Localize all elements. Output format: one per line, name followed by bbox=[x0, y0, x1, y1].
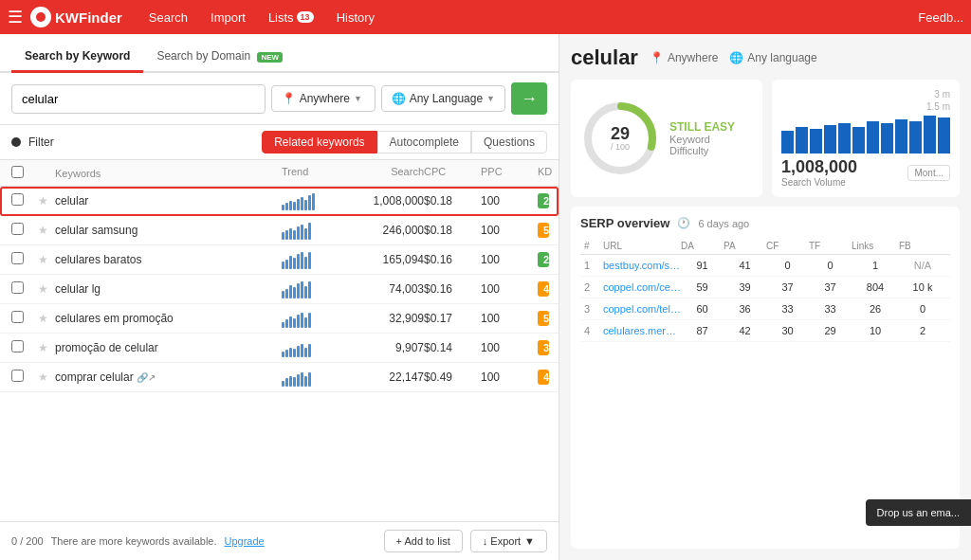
serp-row: 4 celulares.merca... 87 42 30 29 10 2 bbox=[580, 320, 950, 342]
search-button[interactable]: → bbox=[511, 82, 547, 115]
tab-related-keywords[interactable]: Related keywords bbox=[262, 131, 376, 154]
feedback-link[interactable]: Feedb... bbox=[918, 10, 963, 25]
row-checkbox[interactable] bbox=[11, 311, 24, 323]
row-checkbox[interactable] bbox=[11, 370, 24, 382]
language-select[interactable]: 🌐 Any Language ▼ bbox=[381, 85, 505, 112]
cpc-value: $0.49 bbox=[424, 370, 481, 384]
keyword-input[interactable] bbox=[11, 84, 266, 114]
sv-bar-chart bbox=[781, 116, 950, 154]
table-row: ★ celular samsung 246,000 $0.18 100 56 bbox=[0, 216, 559, 245]
trend-chart bbox=[282, 221, 357, 240]
sv-15m-label: 1.5 m bbox=[781, 101, 950, 112]
serp-location: 📍 Anywhere bbox=[650, 51, 718, 64]
ppc-value: 100 bbox=[481, 312, 538, 325]
upgrade-link[interactable]: Upgrade bbox=[225, 535, 265, 547]
kd-badge: 56 bbox=[538, 223, 549, 238]
keyword-name: comprar celular 🔗↗ bbox=[55, 370, 282, 384]
serp-rank: 4 bbox=[584, 325, 603, 336]
kd-badge: 46 bbox=[538, 281, 549, 297]
filter-tabs: Related keywords Autocomplete Questions bbox=[262, 131, 547, 154]
table-row: ★ celulares baratos 165,094 $0.16 100 28 bbox=[0, 245, 559, 275]
ppc-value: 100 bbox=[481, 341, 538, 354]
select-all-checkbox[interactable] bbox=[11, 166, 24, 178]
pa-value: 36 bbox=[724, 303, 766, 315]
keyword-name: celular lg bbox=[55, 282, 282, 296]
keyword-name: promoção de celular bbox=[55, 341, 282, 354]
sv-3m-label: 3 m bbox=[781, 89, 950, 99]
serp-rank: 3 bbox=[584, 303, 603, 315]
star-icon[interactable]: ★ bbox=[38, 341, 55, 354]
serp-overview-header: SERP overview 🕐 6 days ago bbox=[580, 216, 950, 230]
metrics-row: 29 / 100 STILL EASY Keyword Difficulty 3… bbox=[571, 80, 960, 197]
pa-value: 42 bbox=[724, 325, 766, 336]
ppc-value: 100 bbox=[481, 224, 538, 237]
row-checkbox[interactable] bbox=[11, 252, 24, 264]
language-chevron-icon: ▼ bbox=[486, 94, 495, 103]
hamburger-icon[interactable]: ☰ bbox=[8, 7, 23, 27]
keyword-name: celular samsung bbox=[55, 224, 282, 237]
serp-url[interactable]: celulares.merca... bbox=[603, 325, 681, 336]
ppc-value: 100 bbox=[481, 194, 538, 208]
search-bar: 📍 Anywhere ▼ 🌐 Any Language ▼ → bbox=[0, 73, 559, 125]
fb-value: 0 bbox=[899, 303, 946, 315]
da-value: 87 bbox=[681, 325, 724, 336]
serp-table-header: # URL DA PA CF TF Links FB bbox=[580, 238, 950, 255]
row-checkbox[interactable] bbox=[11, 340, 24, 352]
clock-icon: 🕐 bbox=[677, 217, 690, 229]
tab-autocomplete[interactable]: Autocomplete bbox=[377, 131, 471, 154]
trend-chart bbox=[282, 368, 357, 387]
table-footer: 0 / 200 There are more keywords availabl… bbox=[0, 521, 559, 560]
table-row: ★ celular lg 74,003 $0.16 100 46 bbox=[0, 275, 559, 304]
nav-search[interactable]: Search bbox=[137, 0, 199, 34]
table-row: ★ comprar celular 🔗↗ 22,147 $0.49 100 40 bbox=[0, 363, 559, 392]
tab-search-by-keyword[interactable]: Search by Keyword bbox=[11, 42, 143, 73]
location-pin-icon: 📍 bbox=[650, 51, 664, 64]
serp-header: celular 📍 Anywhere 🌐 Any language bbox=[571, 45, 960, 70]
serp-url[interactable]: coppel.com/tele... bbox=[603, 303, 681, 315]
row-checkbox[interactable] bbox=[11, 281, 24, 294]
nav-lists[interactable]: Lists 13 bbox=[257, 0, 325, 34]
star-icon[interactable]: ★ bbox=[38, 253, 55, 266]
sv-month-button[interactable]: Mont... bbox=[907, 165, 950, 181]
nav-import[interactable]: Import bbox=[199, 0, 257, 34]
trend-chart bbox=[282, 338, 357, 357]
cf-value: 37 bbox=[766, 281, 809, 293]
table-row: ★ celulares em promoção 32,909 $0.17 100… bbox=[0, 304, 559, 334]
filter-bar: Filter Related keywords Autocomplete Que… bbox=[0, 125, 559, 160]
star-icon[interactable]: ★ bbox=[38, 312, 55, 325]
star-icon[interactable]: ★ bbox=[38, 282, 55, 296]
nav-history[interactable]: History bbox=[325, 0, 386, 34]
export-button[interactable]: ↓ Export ▼ bbox=[470, 530, 547, 552]
tf-value: 29 bbox=[809, 325, 852, 336]
trend-chart bbox=[282, 250, 357, 269]
right-panel: celular 📍 Anywhere 🌐 Any language bbox=[559, 34, 971, 560]
serp-overview-title: SERP overview bbox=[580, 216, 669, 230]
tab-search-by-domain[interactable]: Search by Domain NEW bbox=[143, 42, 296, 73]
row-checkbox[interactable] bbox=[11, 223, 24, 235]
sv-label: Search Volume bbox=[781, 177, 857, 188]
star-icon[interactable]: ★ bbox=[38, 224, 55, 237]
da-value: 60 bbox=[681, 303, 724, 315]
search-volume: 22,147 bbox=[357, 370, 424, 384]
serp-language: 🌐 Any language bbox=[729, 51, 816, 64]
star-icon[interactable]: ★ bbox=[38, 194, 55, 208]
drop-us-email-button[interactable]: Drop us an ema... bbox=[866, 499, 971, 526]
trend-chart bbox=[282, 309, 357, 328]
new-badge: NEW bbox=[257, 52, 283, 63]
star-icon[interactable]: ★ bbox=[38, 370, 55, 384]
ppc-value: 100 bbox=[481, 370, 538, 384]
tab-questions[interactable]: Questions bbox=[471, 131, 547, 154]
left-panel: Search by Keyword Search by Domain NEW 📍… bbox=[0, 34, 559, 560]
filter-label[interactable]: Filter bbox=[28, 135, 54, 149]
kd-metric-card: 29 / 100 STILL EASY Keyword Difficulty bbox=[571, 80, 762, 197]
cpc-value: $0.17 bbox=[424, 312, 481, 325]
location-select[interactable]: 📍 Anywhere ▼ bbox=[271, 85, 376, 112]
row-checkbox[interactable] bbox=[11, 193, 24, 206]
pa-value: 41 bbox=[724, 260, 766, 271]
serp-url[interactable]: coppel.com/cel... bbox=[603, 281, 681, 293]
keyword-name: celular bbox=[55, 194, 282, 208]
serp-url[interactable]: bestbuy.com/sit... bbox=[603, 260, 681, 271]
add-to-list-button[interactable]: + Add to list bbox=[384, 530, 463, 552]
pa-value: 39 bbox=[724, 281, 766, 293]
kd-circle-container: 29 / 100 bbox=[582, 100, 658, 176]
